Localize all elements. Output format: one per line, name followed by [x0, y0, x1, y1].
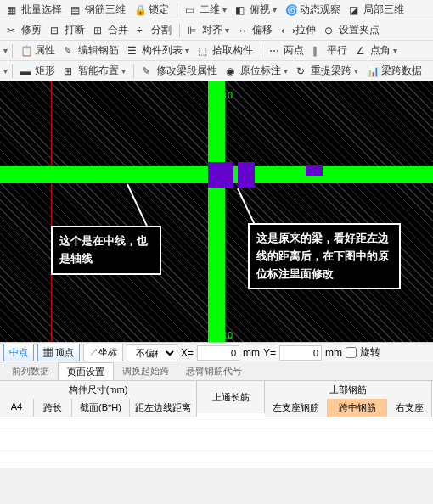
overlook-button[interactable]: ◧俯视▾: [232, 1, 280, 19]
component-list-button[interactable]: ☰构件列表▾: [124, 42, 193, 59]
tab-page-setup[interactable]: 页面设置: [58, 362, 114, 380]
split-icon: ÷: [137, 25, 149, 36]
marker-bottom: 10: [222, 330, 233, 340]
marker-top: 10: [222, 90, 233, 100]
2d-icon: ▭: [185, 4, 197, 16]
axis-line: [51, 81, 52, 342]
vertex-icon: ▦: [43, 347, 53, 357]
dynamic-view-button[interactable]: 🌀动态观察: [282, 1, 344, 19]
drawing-canvas[interactable]: 10 10 这个是在中线，也是轴线 这是原来的梁，看好距左边线的距离后，在下图中…: [0, 81, 433, 342]
coordinate-button[interactable]: ↗坐标: [83, 344, 123, 361]
annotate-icon: ◉: [226, 65, 238, 77]
edit-rebar-button[interactable]: ✎编辑钢筋: [60, 42, 122, 59]
toolbar-3: ▾ 📋属性 ✎编辑钢筋 ☰构件列表▾ ⬚拾取构件 ⋯两点 ∥平行 ∠点角▾: [0, 41, 433, 61]
table-row[interactable]: [0, 434, 433, 451]
props-icon: 📋: [20, 45, 32, 57]
tab-bar: 前列数据 页面设置 调换起始跨 悬臂钢筋代号: [0, 362, 433, 381]
th-upper-long: 上通长筋: [197, 381, 265, 413]
trim-icon: ✂: [7, 25, 19, 36]
grip-2[interactable]: [238, 162, 255, 188]
edit-icon: ✎: [64, 45, 76, 57]
table-row[interactable]: [0, 451, 433, 468]
rebar-icon: ▤: [70, 4, 82, 16]
y-label: Y=: [263, 347, 276, 359]
2pt-icon: ⋯: [269, 45, 281, 57]
tab-front-data[interactable]: 前列数据: [3, 362, 58, 380]
tab-adjust-span[interactable]: 调换起始跨: [114, 362, 177, 380]
modify-beam-button[interactable]: ✎修改梁段属性: [138, 62, 221, 80]
align-icon: ⊫: [188, 25, 200, 36]
toolbar-1: ▦批量选择 ▤钢筋三维 🔒锁定 ▭二维▾ ◧俯视▾ 🌀动态观察 ◪局部三维: [0, 0, 433, 20]
grip-1[interactable]: [208, 162, 233, 188]
th-upper-rebar: 上部钢筋: [265, 381, 432, 399]
properties-button[interactable]: 📋属性: [17, 42, 59, 59]
local3d-icon: ◪: [349, 4, 361, 16]
table-header: 构件尺寸(mm) A4 跨长 截面(B*H) 距左边线距离 上通长筋 上部钢筋 …: [0, 381, 433, 417]
toolbar-2: ✂修剪 ⊟打断 ⊞合并 ÷分割 ⊫对齐▾ ↔偏移 ⟷拉伸 ⊙设置夹点: [0, 20, 433, 41]
tab-cantilever[interactable]: 悬臂钢筋代号: [177, 362, 250, 380]
view-icon: ◧: [235, 4, 247, 16]
merge-button[interactable]: ⊞合并: [90, 21, 132, 39]
table-row[interactable]: [0, 417, 433, 434]
2d-button[interactable]: ▭二维▾: [182, 1, 230, 19]
pick-component-button[interactable]: ⬚拾取构件: [194, 42, 256, 59]
th-span: 跨长: [34, 399, 72, 417]
parallel-button[interactable]: ∥平行: [309, 42, 351, 59]
midpoint-button[interactable]: 中点: [3, 344, 34, 361]
x-input[interactable]: [197, 345, 239, 361]
mm-label-2: mm: [325, 347, 342, 359]
dropdown-icon[interactable]: ▾: [3, 46, 8, 55]
offset-button[interactable]: ↔偏移: [234, 21, 276, 39]
split-button[interactable]: ÷分割: [133, 21, 175, 39]
annotation-right: 这是原来的梁，看好距左边线的距离后，在下图中的原位标注里面修改: [248, 223, 401, 289]
stretch-button[interactable]: ⟷拉伸: [278, 21, 319, 39]
lock-icon: 🔒: [134, 4, 146, 16]
align-button[interactable]: ⊫对齐▾: [184, 21, 233, 39]
th-a4: A4: [0, 399, 34, 417]
select-icon: ▦: [7, 4, 19, 16]
coordinate-bar: 中点 ▦ 顶点 ↗坐标 不偏移 X= mm Y= mm 旋转: [0, 342, 433, 362]
modify-icon: ✎: [142, 65, 154, 77]
offset-select[interactable]: 不偏移: [127, 344, 177, 361]
lock-button[interactable]: 🔒锁定: [131, 1, 172, 19]
orbit-icon: 🌀: [285, 4, 297, 16]
data-table: 构件尺寸(mm) A4 跨长 截面(B*H) 距左边线距离 上通长筋 上部钢筋 …: [0, 381, 433, 468]
th-component-size: 构件尺寸(mm): [0, 381, 197, 399]
break-icon: ⊟: [50, 25, 62, 36]
rebar-3d-button[interactable]: ▤钢筋三维: [67, 1, 129, 19]
origin-annotate-button[interactable]: ◉原位标注▾: [222, 62, 291, 80]
smart-layout-button[interactable]: ⊞智能布置▾: [60, 62, 129, 80]
reset-beam-button[interactable]: ↻重提梁跨▾: [293, 62, 362, 80]
rect-button[interactable]: ▬矩形: [17, 62, 59, 80]
batch-select-button[interactable]: ▦批量选择: [3, 1, 65, 19]
beam-vertical: [208, 81, 225, 342]
vertex-button[interactable]: ▦ 顶点: [37, 344, 80, 361]
annotation-left: 这个是在中线，也是轴线: [51, 226, 161, 275]
pick-icon: ⬚: [198, 45, 210, 57]
th-mid-span[interactable]: 跨中钢筋: [328, 399, 387, 417]
smart-icon: ⊞: [64, 65, 76, 77]
rotate-checkbox[interactable]: [346, 347, 357, 358]
rect-icon: ▬: [20, 65, 32, 77]
grip-3[interactable]: [306, 165, 323, 176]
mm-label-1: mm: [243, 347, 260, 359]
toolbar-4: ▾ ▬矩形 ⊞智能布置▾ ✎修改梁段属性 ◉原位标注▾ ↻重提梁跨▾ 📊梁跨数据: [0, 61, 433, 81]
local-3d-button[interactable]: ◪局部三维: [346, 1, 408, 19]
th-dist-left: 距左边线距离: [130, 399, 197, 417]
rotate-label: 旋转: [360, 345, 380, 360]
th-left-support: 左支座钢筋: [265, 399, 328, 417]
set-grip-button[interactable]: ⊙设置夹点: [321, 21, 383, 39]
beam-data-button[interactable]: 📊梁跨数据: [363, 62, 425, 80]
th-right-support: 右支座: [387, 399, 432, 417]
trim-button[interactable]: ✂修剪: [3, 21, 45, 39]
point-angle-button[interactable]: ∠点角▾: [352, 42, 401, 59]
break-button[interactable]: ⊟打断: [47, 21, 88, 39]
two-point-button[interactable]: ⋯两点: [266, 42, 307, 59]
grip-icon: ⊙: [324, 25, 336, 36]
offset-icon: ↔: [238, 25, 250, 36]
th-section: 截面(B*H): [72, 399, 130, 417]
reset-icon: ↻: [296, 65, 308, 77]
dropdown-icon-2[interactable]: ▾: [3, 66, 8, 76]
y-input[interactable]: [279, 345, 322, 361]
angle-icon: ∠: [356, 45, 368, 57]
